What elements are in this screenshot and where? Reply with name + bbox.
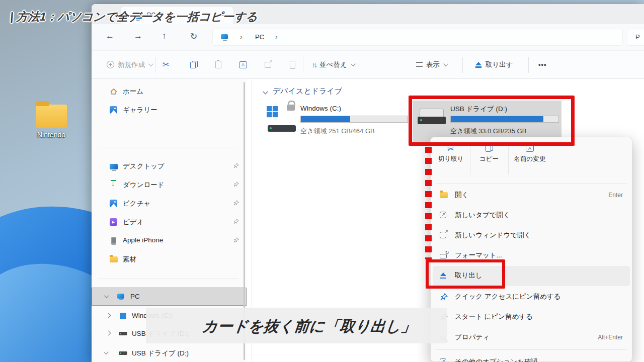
pin-icon bbox=[233, 162, 239, 169]
highlight-box-usb-drive bbox=[409, 96, 575, 146]
pin-icon bbox=[233, 237, 239, 243]
eject-button[interactable]: 取り出す bbox=[475, 51, 513, 78]
menu-item-open-new-tab[interactable]: 新しいタブで開く bbox=[433, 206, 630, 226]
command-toolbar: 新規作成 ✂ A ↑↓ 並べ替え 表示 bbox=[92, 50, 644, 79]
chevron-down-icon bbox=[148, 61, 153, 66]
chevron-down-icon bbox=[104, 349, 109, 354]
eject-icon bbox=[475, 62, 482, 68]
menu-item-open-new-window[interactable]: 新しいウィンドウで開く bbox=[433, 226, 630, 246]
sidebar-divider bbox=[99, 279, 238, 279]
tree-item-pc[interactable]: PC bbox=[92, 288, 247, 306]
toolbar-divider bbox=[528, 57, 529, 73]
open-folder-icon bbox=[440, 191, 449, 200]
paste-icon[interactable] bbox=[215, 51, 221, 78]
context-cut-button[interactable]: ✂ 切り取り bbox=[432, 141, 470, 182]
chevron-right-icon bbox=[106, 331, 111, 336]
gallery-icon bbox=[110, 106, 117, 114]
cut-icon[interactable]: ✂ bbox=[163, 51, 169, 78]
highlight-dotted-connector bbox=[425, 147, 432, 259]
toolbar-divider bbox=[155, 57, 155, 73]
menu-item-more-options[interactable]: その他のオプションを確認 bbox=[433, 352, 630, 362]
desktop-folder-nintendo[interactable]: Nintendo bbox=[26, 105, 76, 139]
screen: Nintendo PC × + ← → ↑ ↻ › PC › P bbox=[0, 0, 644, 362]
search-text: P bbox=[635, 33, 640, 41]
back-icon[interactable]: ← bbox=[106, 31, 114, 41]
windows-logo-icon bbox=[267, 106, 278, 117]
rename-icon[interactable]: A bbox=[239, 51, 247, 78]
sidebar-item-pictures[interactable]: ピクチャ bbox=[92, 195, 247, 213]
menu-divider bbox=[436, 184, 627, 184]
new-window-open-icon bbox=[440, 231, 449, 240]
windows-c-drive-icon bbox=[267, 105, 298, 135]
forward-icon[interactable]: → bbox=[134, 31, 142, 41]
sidebar-item-apple-iphone[interactable]: Apple iPhone bbox=[92, 232, 247, 250]
menu-divider bbox=[436, 349, 627, 350]
windows-logo-icon bbox=[120, 313, 126, 319]
video-title-text: | 方法1：パソコンで全データを一括コピーする bbox=[10, 9, 258, 25]
new-button[interactable]: 新規作成 bbox=[107, 51, 152, 78]
folder-icon bbox=[110, 256, 118, 262]
more-options-icon bbox=[440, 358, 449, 362]
toolbar-divider bbox=[462, 57, 463, 73]
search-box[interactable]: P bbox=[627, 29, 644, 46]
capacity-bar bbox=[300, 116, 408, 123]
drive-tile-windows-c[interactable]: Windows (C:) 空き領域 251 GB/464 GB bbox=[260, 101, 409, 145]
menu-item-pin-start[interactable]: スタート にピン留めする bbox=[433, 307, 630, 327]
videos-icon: ▶ bbox=[110, 218, 117, 226]
pc-icon bbox=[221, 34, 228, 39]
chevron-down-icon bbox=[351, 61, 356, 66]
sidebar-divider bbox=[99, 148, 238, 148]
desktop-icon bbox=[110, 164, 118, 169]
refresh-icon[interactable]: ↻ bbox=[190, 31, 197, 42]
new-tab-open-icon bbox=[440, 211, 449, 220]
toolbar-divider bbox=[303, 57, 303, 73]
caption-banner: カードを抜く前に「取り出し」 bbox=[146, 308, 447, 343]
address-bar[interactable]: › PC › bbox=[212, 29, 623, 46]
more-icon[interactable]: ••• bbox=[538, 51, 547, 78]
sidebar-item-desktop[interactable]: デスクトップ bbox=[92, 157, 247, 175]
sidebar-item-downloads[interactable]: ダウンロード bbox=[92, 176, 247, 194]
folder-icon bbox=[36, 105, 67, 128]
share-icon[interactable] bbox=[265, 51, 271, 78]
sidebar-item-sozai[interactable]: 素材 bbox=[92, 250, 247, 268]
plus-circle-icon bbox=[107, 61, 114, 68]
context-rename-button[interactable]: A 名前の変更 bbox=[508, 141, 551, 182]
breadcrumb-chevron-icon: › bbox=[240, 33, 243, 41]
pin-quickaccess-icon bbox=[440, 293, 449, 302]
capacity-fill bbox=[301, 116, 350, 122]
sort-button[interactable]: ↑↓ 並べ替え bbox=[312, 51, 354, 78]
group-header[interactable]: デバイスとドライブ bbox=[273, 86, 342, 96]
chevron-right-icon bbox=[106, 313, 111, 318]
sidebar-item-home[interactable]: ホーム bbox=[92, 82, 247, 101]
tree-item-usb-drive-2[interactable]: USB ドライブ (D:) bbox=[92, 344, 247, 362]
sidebar-item-gallery[interactable]: ギャラリー bbox=[92, 101, 247, 119]
menu-item-properties[interactable]: プロパティ Alt+Enter bbox=[433, 328, 630, 348]
pin-icon bbox=[233, 218, 239, 225]
sort-arrows-icon: ↑↓ bbox=[312, 61, 316, 69]
chevron-down-icon bbox=[443, 61, 448, 66]
phone-icon bbox=[111, 237, 116, 245]
menu-item-pin-quick-access[interactable]: クイック アクセスにピン留めする bbox=[433, 287, 630, 307]
highlight-box-eject bbox=[426, 259, 505, 289]
breadcrumb-chevron-icon: › bbox=[275, 33, 278, 41]
usb-drive-icon bbox=[119, 332, 127, 335]
sidebar-item-videos[interactable]: ▶ ビデオ bbox=[92, 213, 247, 231]
copy-icon[interactable] bbox=[190, 51, 198, 78]
view-list-icon bbox=[416, 62, 423, 67]
copy-icon bbox=[486, 144, 493, 154]
pictures-icon bbox=[110, 200, 117, 207]
menu-item-open[interactable]: 開く Enter bbox=[433, 186, 630, 206]
caption-text: カードを抜く前に「取り出し」 bbox=[201, 316, 417, 337]
view-button[interactable]: 表示 bbox=[416, 51, 447, 78]
navigation-bar: ← → ↑ ↻ › PC › P bbox=[92, 24, 644, 50]
chevron-down-icon bbox=[263, 89, 268, 95]
context-copy-button[interactable]: コピー bbox=[470, 141, 508, 182]
cut-icon: ✂ bbox=[447, 144, 454, 154]
breadcrumb-pc[interactable]: PC bbox=[255, 33, 264, 41]
up-icon[interactable]: ↑ bbox=[162, 31, 167, 41]
pin-icon bbox=[233, 200, 239, 206]
desktop-folder-label: Nintendo bbox=[26, 131, 76, 139]
context-menu: ✂ 切り取り コピー A 名前の変更 開く Enter 新しいタブで開く 新しい… bbox=[430, 137, 632, 362]
drive-body-icon bbox=[268, 125, 296, 132]
delete-icon[interactable] bbox=[290, 51, 295, 78]
